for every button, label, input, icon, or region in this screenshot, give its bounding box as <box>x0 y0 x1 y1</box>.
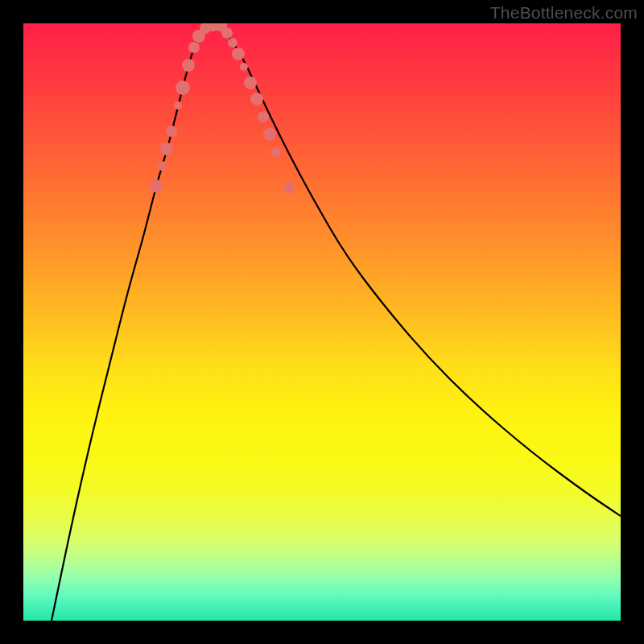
marker-dot <box>263 128 276 141</box>
marker-dot <box>157 161 167 171</box>
marker-dot <box>232 47 245 60</box>
curve-left <box>52 23 217 621</box>
marker-dot <box>166 126 177 137</box>
watermark-text: TheBottleneck.com <box>490 3 638 23</box>
plot-area <box>23 23 621 621</box>
marker-dot <box>221 27 233 39</box>
marker-dot <box>182 59 195 72</box>
marker-group <box>150 23 295 193</box>
marker-dot <box>174 101 182 109</box>
marker-dot <box>271 147 281 157</box>
marker-dot <box>250 93 263 105</box>
marker-dot <box>244 76 257 89</box>
marker-dot <box>240 63 248 71</box>
marker-dot <box>175 80 190 95</box>
curve-right <box>217 23 621 516</box>
marker-dot <box>160 142 173 155</box>
marker-dot <box>228 38 237 47</box>
chart-frame: TheBottleneck.com <box>0 0 644 644</box>
marker-dot <box>283 182 295 193</box>
chart-svg <box>23 23 621 621</box>
marker-dot <box>150 180 163 192</box>
marker-dot <box>258 111 269 122</box>
marker-dot <box>188 42 200 53</box>
